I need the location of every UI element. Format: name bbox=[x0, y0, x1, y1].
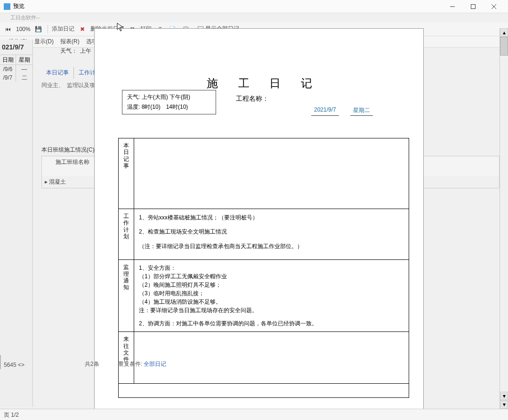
doc-table: 本日记事 工作计划 1、旁站xxx楼基础桩施工情况；（要注明桩号） 2、检查施工… bbox=[118, 138, 409, 398]
zoom-level[interactable]: 100% bbox=[16, 26, 31, 32]
calendar-row[interactable]: /9/6 — bbox=[0, 65, 32, 73]
calendar-row[interactable]: /9/7 二 bbox=[0, 73, 32, 82]
date-sidebar: 021/9/7 日期 星期 /9/6 — /9/7 二 bbox=[0, 40, 33, 407]
col-week-header: 星期 bbox=[16, 55, 32, 65]
scroll-thumb[interactable] bbox=[500, 37, 508, 56]
all-diary-link[interactable]: 全部日记 bbox=[144, 361, 166, 367]
doc-weekday: 星期二 bbox=[350, 106, 373, 116]
cell-laiwang bbox=[134, 332, 409, 384]
window-title: 预览 bbox=[13, 2, 24, 10]
row-label-jishi: 本日记事 bbox=[119, 138, 134, 209]
scroll-up-icon[interactable]: ▴ bbox=[500, 28, 508, 37]
close-button[interactable] bbox=[484, 0, 504, 13]
cell-tongzhi: 1、安全方面： （1）部分焊工工无佩戴安全帽作业 （2）晚间施工照明灯具不足够；… bbox=[134, 260, 409, 332]
first-page-icon[interactable]: ⏮ bbox=[3, 24, 13, 34]
app-icon bbox=[4, 3, 10, 10]
status-text: 5645 <> bbox=[4, 362, 24, 368]
scroll-track[interactable] bbox=[500, 37, 508, 392]
doc-project-name-label: 工程名称： bbox=[236, 95, 269, 103]
svg-rect-1 bbox=[471, 4, 476, 8]
scroll-down-icon[interactable]: ▾ bbox=[500, 392, 508, 400]
save-icon[interactable]: 💾 bbox=[33, 24, 44, 34]
print-preview: 施 工 日 记 天气: 上午(大雨) 下午(阴) 温度: 8时(10) 14时(… bbox=[94, 28, 424, 415]
record-count: 共2条 bbox=[85, 360, 99, 368]
doc-weather-box: 天气: 上午(大雨) 下午(阴) 温度: 8时(10) 14时(10) bbox=[122, 90, 216, 114]
splitter-handle[interactable] bbox=[0, 355, 1, 369]
filter-row: 共2条 重复条件: 全部日记 bbox=[85, 360, 166, 368]
row-label-tongzhi: 监理通知 bbox=[119, 260, 134, 332]
maximize-button[interactable] bbox=[463, 0, 484, 13]
scroll-down2-icon[interactable]: ▾ bbox=[500, 400, 508, 409]
doc-date: 2021/9/7 bbox=[311, 106, 339, 116]
row-label-laiwang: 来往文件 bbox=[119, 332, 134, 384]
col-date-header: 日期 bbox=[0, 55, 16, 65]
vertical-scrollbar[interactable]: ▴ ▾ ▾ bbox=[500, 28, 508, 409]
row-label-jihua: 工作计划 bbox=[119, 209, 134, 260]
window-titlebar: 预览 bbox=[0, 0, 508, 13]
add-diary-button[interactable]: 添加日记 bbox=[52, 25, 74, 33]
page-footer: 页 1/2 bbox=[0, 409, 508, 420]
am-label: 上午 bbox=[80, 47, 91, 55]
minimize-button[interactable] bbox=[442, 0, 463, 13]
sub-title: 工日志软件-- bbox=[0, 13, 508, 22]
doc-title: 施 工 日 记 bbox=[118, 76, 409, 91]
delete-icon[interactable]: ✖ bbox=[77, 24, 88, 34]
weather-label: 天气： bbox=[60, 47, 77, 55]
tab-jishi[interactable]: 本日记事 bbox=[41, 67, 74, 79]
notes-prefix: 同业主、 bbox=[41, 81, 64, 89]
current-date: 021/9/7 bbox=[0, 40, 32, 55]
cell-jishi bbox=[134, 138, 409, 209]
cell-jihua: 1、旁站xxx楼基础桩施工情况；（要注明桩号） 2、检查施工现场安全文明施工情况… bbox=[134, 209, 409, 260]
